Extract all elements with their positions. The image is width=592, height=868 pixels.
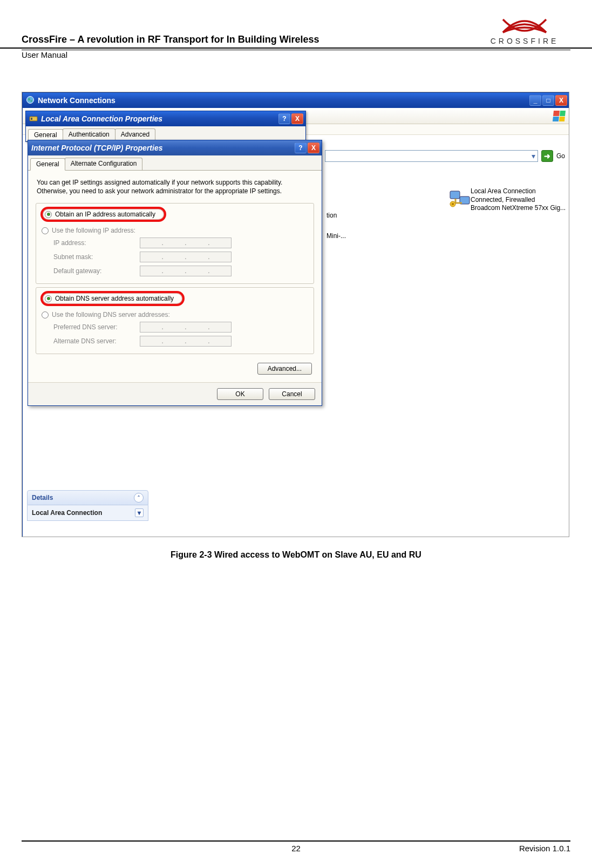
subnet-row: Subnet mask: ... — [40, 250, 309, 264]
tcpip-description: You can get IP settings assigned automat… — [37, 178, 313, 195]
tcpip-titlebar[interactable]: Internet Protocol (TCP/IP) Properties ? … — [28, 140, 322, 155]
page-footer: 22 Revision 1.0.1 — [22, 840, 570, 853]
address-bar-area: ▾ ➜ Go — [325, 150, 565, 162]
minimize-button[interactable]: _ — [529, 95, 541, 106]
nic-icon — [29, 114, 38, 124]
radio-obtain-ip-label: Obtain an IP address automatically — [55, 211, 155, 218]
task-pane-details: Details ˆ Local Area Connection ▾ — [27, 490, 148, 521]
globe-icon — [26, 96, 35, 106]
tab-advanced[interactable]: Advanced — [115, 128, 155, 141]
chevron-down-icon: ▾ — [135, 508, 144, 517]
lan-adapter-info[interactable]: Local Area Connection Connected, Firewal… — [471, 187, 569, 213]
pref-dns-input: ... — [140, 322, 232, 333]
windows-flag-icon — [553, 111, 565, 121]
go-button[interactable]: ➜ — [541, 150, 553, 162]
close-button[interactable]: X — [291, 113, 303, 124]
advanced-button[interactable]: Advanced... — [257, 363, 312, 375]
details-label: Details — [32, 494, 53, 501]
svg-point-0 — [27, 96, 34, 103]
details-lac-label: Local Area Connection — [32, 509, 102, 517]
crossfire-logo-text: CROSSFIRE — [479, 37, 570, 45]
collapse-icon[interactable]: ˆ — [134, 493, 144, 503]
radio-use-ip[interactable]: Use the following IP address: — [40, 225, 309, 236]
radio-obtain-ip[interactable]: Obtain an IP address automatically — [44, 209, 156, 220]
radio-icon — [45, 211, 52, 218]
highlight-obtain-dns: Obtain DNS server address automatically — [40, 291, 185, 306]
close-button[interactable]: X — [308, 143, 319, 153]
peek-text-1: tion — [326, 212, 337, 219]
gateway-input: ... — [140, 266, 232, 276]
figure-caption: Figure 2-3 Wired access to WebOMT on Sla… — [0, 550, 592, 560]
adapter-name: Local Area Connection — [471, 187, 569, 196]
adapter-status: Connected, Firewalled — [471, 196, 569, 205]
svg-rect-8 — [31, 118, 32, 120]
ip-address-label: IP address: — [53, 239, 140, 247]
network-connections-title: Network Connections — [38, 96, 115, 105]
pref-dns-row: Preferred DNS server: ... — [40, 320, 309, 334]
lacp-tabstrip: General Authentication Advanced — [26, 126, 305, 141]
svg-rect-6 — [452, 203, 454, 205]
arrow-right-icon: ➜ — [544, 152, 550, 160]
radio-use-ip-label: Use the following IP address: — [52, 227, 135, 234]
svg-rect-3 — [450, 191, 460, 199]
doc-title: CrossFire – A revolution in RF Transport… — [22, 34, 479, 45]
details-header[interactable]: Details ˆ — [27, 490, 148, 505]
radio-use-dns-label: Use the following DNS server addresses: — [52, 311, 170, 318]
gateway-row: Default gateway: ... — [40, 264, 309, 278]
go-label: Go — [556, 152, 565, 160]
radio-icon — [42, 311, 49, 318]
tcpip-title: Internet Protocol (TCP/IP) Properties — [31, 144, 162, 152]
tcpip-window: Internet Protocol (TCP/IP) Properties ? … — [28, 140, 322, 406]
network-connections-titlebar[interactable]: Network Connections _ □ X — [23, 93, 569, 108]
ok-button[interactable]: OK — [217, 388, 263, 400]
chevron-down-icon: ▾ — [532, 152, 535, 160]
radio-obtain-dns-label: Obtain DNS server address automatically — [55, 295, 174, 302]
ip-address-input: ... — [140, 238, 232, 248]
peek-text-2: Mini-... — [326, 232, 346, 240]
subheader-line: User Manual — [22, 50, 570, 59]
subnet-input: ... — [140, 252, 232, 262]
maximize-button[interactable]: □ — [542, 95, 554, 106]
radio-use-dns[interactable]: Use the following DNS server addresses: — [40, 309, 309, 320]
subnet-label: Subnet mask: — [53, 253, 140, 261]
svg-point-1 — [28, 98, 30, 100]
lacp-titlebar[interactable]: Local Area Connection Properties ? X — [26, 111, 305, 126]
ip-address-row: IP address: ... — [40, 236, 309, 250]
page-number: 22 — [22, 844, 570, 853]
header-titles: CrossFire – A revolution in RF Transport… — [22, 34, 479, 45]
dns-group: Obtain DNS server address automatically … — [36, 287, 314, 354]
tcpip-tabstrip: General Alternate Configuration — [28, 155, 322, 171]
help-button[interactable]: ? — [295, 143, 307, 153]
tcpip-footer: OK Cancel — [28, 382, 322, 405]
tab-alternate-config[interactable]: Alternate Configuration — [65, 158, 143, 170]
page-header: CrossFire – A revolution in RF Transport… — [0, 0, 592, 49]
alt-dns-input: ... — [140, 336, 232, 347]
tcpip-body: You can get IP settings assigned automat… — [28, 171, 322, 382]
radio-icon — [42, 227, 49, 234]
adapter-device: Broadcom NetXtreme 57xx Gig... — [471, 204, 569, 213]
user-manual-label: User Manual — [22, 50, 67, 59]
advanced-row: Advanced... — [36, 363, 312, 375]
address-dropdown[interactable]: ▾ — [325, 150, 538, 162]
ip-group: Obtain an IP address automatically Use t… — [36, 203, 314, 284]
help-button[interactable]: ? — [278, 113, 290, 124]
tab-general[interactable]: General — [30, 158, 65, 171]
crossfire-logo-icon — [479, 16, 570, 35]
cancel-button[interactable]: Cancel — [269, 388, 315, 400]
lacp-title: Local Area Connection Properties — [41, 114, 162, 123]
svg-point-2 — [31, 100, 32, 102]
screenshot-figure: Network Connections _ □ X ▾ ➜ Go — [22, 92, 569, 537]
alt-dns-row: Alternate DNS server: ... — [40, 334, 309, 348]
lacp-window: Local Area Connection Properties ? X Gen… — [25, 111, 306, 142]
close-button[interactable]: X — [555, 95, 567, 106]
crossfire-logo: CROSSFIRE — [479, 16, 570, 45]
highlight-obtain-ip: Obtain an IP address automatically — [40, 207, 166, 222]
radio-obtain-dns[interactable]: Obtain DNS server address automatically — [44, 293, 175, 304]
gateway-label: Default gateway: — [53, 267, 140, 275]
alt-dns-label: Alternate DNS server: — [53, 337, 140, 345]
radio-icon — [45, 295, 52, 302]
lan-adapter-icon — [449, 189, 468, 207]
details-lac-row[interactable]: Local Area Connection ▾ — [27, 505, 148, 521]
tab-authentication[interactable]: Authentication — [63, 128, 115, 141]
pref-dns-label: Preferred DNS server: — [53, 323, 140, 331]
